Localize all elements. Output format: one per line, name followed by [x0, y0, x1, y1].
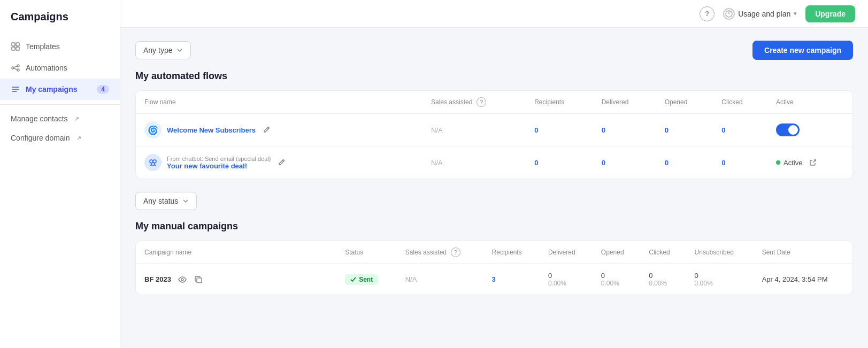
campaign-unsub-count: 0	[695, 272, 745, 280]
automated-flows-table-container: Flow name Sales assisted ? Recipients	[135, 90, 853, 179]
chevron-down-icon	[176, 47, 183, 53]
svg-point-14	[150, 160, 153, 163]
toggle-slider-1	[776, 123, 800, 136]
svg-point-5	[17, 65, 19, 67]
flow-icon-2	[144, 154, 162, 171]
flow-active-cell-1	[767, 114, 852, 146]
flow-name-2: Your new favourite deal!	[167, 162, 271, 170]
svg-rect-3	[16, 47, 19, 50]
automated-flows-title: My automated flows	[135, 71, 853, 82]
active-status-badge: Active	[776, 157, 844, 168]
manual-campaigns-title: My manual campaigns	[135, 221, 853, 232]
any-status-dropdown[interactable]: Any status	[135, 192, 197, 210]
view-campaign-button[interactable]	[176, 274, 188, 285]
edit-flow-button-2[interactable]	[276, 156, 288, 169]
th-recipients-manual: Recipients	[483, 241, 540, 264]
grid-icon	[11, 42, 20, 51]
flow-sales-1: N/A	[423, 114, 526, 146]
sales-assisted-help-icon[interactable]: ?	[477, 97, 486, 107]
any-type-label: Any type	[143, 46, 172, 55]
campaign-opened-count: 0	[601, 272, 632, 280]
automations-icon	[11, 63, 20, 73]
manage-contacts-arrow-icon: ↗	[74, 115, 79, 122]
flow-delivered-2: 0	[593, 146, 656, 179]
flow-recipients-2: 0	[526, 146, 593, 179]
usage-plan-label: Usage and plan	[738, 10, 790, 18]
campaign-sales: N/A	[397, 264, 483, 295]
campaign-clicked-count: 0	[649, 272, 677, 280]
sidebar-item-templates-label: Templates	[26, 42, 60, 51]
app-title: Campaigns	[0, 0, 120, 36]
manual-sales-help-icon[interactable]: ?	[451, 248, 460, 257]
campaign-unsub-pct: 0.00%	[695, 280, 745, 287]
campaign-delivered-count: 0	[548, 272, 584, 280]
sidebar-divider	[0, 104, 120, 105]
th-flow-name: Flow name	[136, 91, 423, 114]
campaigns-icon	[11, 84, 20, 94]
copy-icon	[194, 275, 203, 284]
flow-clicked-1: 0	[713, 114, 767, 146]
th-status: Status	[336, 241, 396, 264]
flow-active-cell-2: Active	[767, 146, 852, 179]
flow-icon-1: 🌀	[144, 121, 162, 138]
th-clicked: Clicked	[713, 91, 767, 114]
svg-rect-22	[197, 278, 202, 283]
manage-contacts-label: Manage contacts	[11, 114, 68, 123]
duplicate-campaign-button[interactable]	[193, 274, 204, 285]
any-status-label: Any status	[143, 197, 178, 205]
sidebar-item-my-campaigns[interactable]: My campaigns 4	[0, 79, 120, 100]
sidebar-item-automations[interactable]: Automations	[0, 57, 120, 79]
automated-flows-table: Flow name Sales assisted ? Recipients	[136, 91, 852, 179]
svg-rect-1	[16, 43, 19, 46]
campaign-action-icons	[176, 274, 204, 285]
external-link-icon[interactable]	[808, 157, 818, 168]
upgrade-button[interactable]: Upgrade	[805, 5, 855, 22]
th-sales-assisted-manual: Sales assisted ?	[397, 241, 483, 264]
usage-icon	[723, 8, 735, 20]
manual-campaigns-table: Campaign name Status Sales assisted ?	[136, 241, 852, 295]
sidebar-item-automations-label: Automations	[26, 64, 67, 72]
flow-name-1: Welcome New Subscribers	[167, 126, 256, 134]
usage-and-plan-button[interactable]: Usage and plan ▾	[723, 8, 797, 20]
flow-clicked-2: 0	[713, 146, 767, 179]
svg-point-21	[181, 279, 183, 281]
topbar: ? Usage and plan ▾ Upgrade	[120, 0, 868, 28]
create-campaign-button[interactable]: Create new campaign	[752, 41, 853, 60]
active-toggle-1[interactable]	[776, 123, 800, 136]
sidebar-link-configure-domain[interactable]: Configure domain ↗	[0, 128, 120, 148]
sidebar-item-my-campaigns-label: My campaigns	[26, 85, 77, 94]
status-filter-bar: Any status	[135, 192, 853, 210]
campaign-name-cell: BF 2023	[136, 264, 336, 295]
svg-line-13	[267, 128, 268, 129]
active-dot-icon	[776, 160, 780, 165]
campaign-delivered-pct: 0.00%	[548, 280, 584, 287]
top-filter-bar: Any type Create new campaign	[135, 41, 853, 60]
svg-point-4	[12, 67, 14, 69]
sidebar-item-templates[interactable]: Templates	[0, 36, 120, 57]
svg-rect-2	[12, 47, 15, 50]
th-unsubscribed: Unsubscribed	[686, 241, 754, 264]
svg-point-15	[153, 160, 156, 163]
pencil-icon	[278, 158, 286, 166]
manual-campaigns-table-container: Campaign name Status Sales assisted ?	[135, 241, 853, 295]
campaign-name-text: BF 2023	[144, 275, 171, 283]
campaign-status-cell: Sent	[336, 264, 396, 295]
external-link-svg	[809, 159, 817, 166]
th-opened-manual: Opened	[593, 241, 640, 264]
sidebar-nav: Templates Automations	[0, 36, 120, 148]
campaign-opened: 0 0.00%	[593, 264, 640, 295]
th-delivered-manual: Delivered	[540, 241, 593, 264]
help-button[interactable]: ?	[700, 6, 715, 21]
chatbot-icon	[148, 157, 158, 168]
any-type-dropdown[interactable]: Any type	[135, 41, 191, 59]
flow-delivered-1: 0	[593, 114, 656, 146]
campaigns-badge: 4	[97, 85, 109, 94]
chevron-down-icon: ▾	[794, 10, 797, 17]
edit-flow-button-1[interactable]	[261, 123, 273, 137]
th-recipients: Recipients	[526, 91, 593, 114]
sidebar: Campaigns Templates	[0, 0, 120, 348]
active-label: Active	[783, 159, 802, 167]
svg-line-8	[14, 68, 17, 69]
sidebar-link-manage-contacts[interactable]: Manage contacts ↗	[0, 109, 120, 128]
table-row: BF 2023	[136, 264, 852, 295]
